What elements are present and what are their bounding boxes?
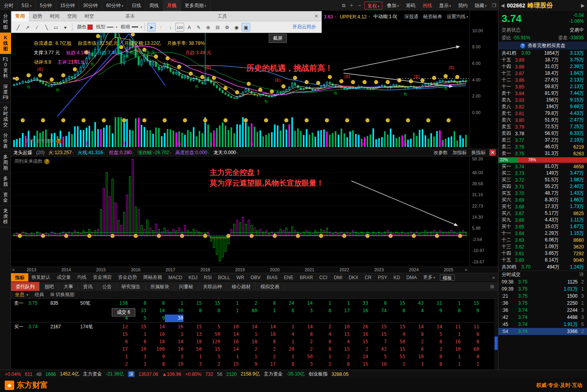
draw-tab-常用[interactable]: 常用 <box>11 11 29 21</box>
order-book-row[interactable]: 买三3.7251.5万1.98万 <box>498 177 587 183</box>
sidebar-item-龙虎榜[interactable]: 龙虎榜 <box>0 206 11 227</box>
trend-line-icon[interactable]: ╱ <box>14 23 22 31</box>
indicator-tab-两融差额[interactable]: 两融差额 <box>140 274 165 281</box>
panel-tab-问董秘[interactable]: 问董秘 <box>174 282 198 291</box>
period-tab-月线[interactable]: 月线 <box>163 0 181 11</box>
sidebar-item-F10资料[interactable]: F10资料 <box>0 54 11 81</box>
period-tab-周线[interactable]: 周线 <box>146 0 163 11</box>
indicator-改参数[interactable]: 改参数 <box>434 149 448 156</box>
text-tool-icon[interactable]: A <box>185 23 194 31</box>
order-book-row[interactable]: 买九3.664.43万1.11万 <box>498 217 587 223</box>
close-icon[interactable]: ✕ <box>311 13 321 19</box>
collapse-panel-icon[interactable]: » <box>492 275 498 280</box>
indicator-tab-CR[interactable]: CR <box>362 275 375 280</box>
order-book-row[interactable]: 卖六3.8051.9万2.47万 <box>498 117 587 123</box>
tick-row[interactable]: :543.7433662 <box>498 328 587 335</box>
indicator-tab-OBV[interactable]: OBV <box>247 275 264 280</box>
indicator-tab-KDJ[interactable]: KDJ <box>185 275 201 280</box>
period-tab-15分钟[interactable]: 15分钟 <box>56 0 79 11</box>
panel-expand-icon[interactable]: ⊞ <box>490 284 498 289</box>
draw-tab-时空[interactable]: 时空 <box>81 11 98 21</box>
indicator-tab-PSY[interactable]: PSY <box>375 275 390 280</box>
panel-tab-股吧[interactable]: 股吧 <box>40 282 59 291</box>
toolbar-button-隐藏[interactable]: 隐藏▾ <box>472 2 489 9</box>
eye-icon[interactable]: ◉ <box>232 23 241 31</box>
period-tab-30分钟[interactable]: 30分钟 <box>79 0 102 11</box>
linetype-sample-icon[interactable] <box>107 27 113 28</box>
trash-icon[interactable]: ⊟ <box>213 23 222 31</box>
view-mode-holo[interactable]: 全息 ▾ <box>15 291 28 298</box>
scroll-right-icon[interactable]: » <box>465 267 467 272</box>
order-book-row[interactable]: 卖三3.7737.2万2.19万 <box>498 137 587 144</box>
weight-sample-icon[interactable] <box>132 26 138 28</box>
order-book-row[interactable]: 买四3.7155.2万2.40万 <box>498 183 587 190</box>
toolbar-button-显示[interactable]: 显示▾ <box>436 2 454 9</box>
order-book-row[interactable]: 十二3.636.06万8660 <box>498 237 587 243</box>
zoom-out-icon[interactable]: − <box>356 3 364 8</box>
draw-tab-时间[interactable]: 时间 <box>46 11 63 21</box>
order-book-row[interactable]: 卖十3.8481.9万7.44万 <box>498 90 587 97</box>
panel-tab-资讯[interactable]: 资讯 <box>78 282 98 291</box>
tick-detail-link[interactable]: 详 <box>579 271 584 278</box>
order-book-row[interactable]: 卖七3.8179.8万4.43万 <box>498 110 587 117</box>
numbers-tool-icon[interactable]: 123 <box>175 23 184 31</box>
tick-row[interactable]: :423.7444883 <box>498 314 587 321</box>
indicator-tab-恢复默认[interactable]: 恢复默认 <box>28 274 54 281</box>
market-button-深股通[interactable]: 深股通 <box>404 13 418 20</box>
sidebar-item-资金[interactable]: 资金 <box>0 190 11 206</box>
sidebar-item-多股[interactable]: 多股 <box>0 173 11 190</box>
order-book-row[interactable]: 卖九3.83156万9.15万 <box>498 97 587 103</box>
period-tab-5分钟[interactable]: 5分钟 <box>36 0 56 11</box>
tick-row[interactable]: :213.7515003 <box>498 293 587 300</box>
panel-tab-关联品种[interactable]: 关联品种 <box>198 282 227 291</box>
order-book-row[interactable]: 买一3.7481.0万4658 <box>498 163 587 170</box>
order-book-row[interactable]: 买二3.73149万3.47万 <box>498 170 587 177</box>
sidebar-item-分价表[interactable]: 分价表 <box>0 130 11 152</box>
order-book-row[interactable]: 十二3.8627.6万2.13万 <box>498 77 587 83</box>
question-icon[interactable]: ? <box>44 159 50 164</box>
order-book-row[interactable]: 买八3.675.17万8625 <box>498 210 587 217</box>
tick-row[interactable]: :453.741.91万5 <box>498 321 587 328</box>
order-book-row[interactable]: 买五3.7048.7万1.43万 <box>498 190 587 197</box>
toolbar-button-简约[interactable]: 简约 <box>455 2 470 9</box>
sidebar-item-多周期[interactable]: 多周期 <box>0 152 11 173</box>
arrow-line-icon[interactable]: ↗ <box>23 23 32 31</box>
indicator-tab-MACD[interactable]: MACD <box>165 275 185 280</box>
sidebar-item-分时图[interactable]: 分时图 <box>0 11 11 33</box>
market-button-设置均线[interactable]: 设置均线▾ <box>447 13 468 20</box>
indicator-tab-更多[interactable]: 更多▾ <box>420 274 439 281</box>
indicator-tab-模板[interactable]: 模板 <box>440 274 455 281</box>
cursor-tool-icon[interactable]: ➤ <box>147 23 156 31</box>
sidebar-item-分时成交[interactable]: 分时成交 <box>0 103 11 130</box>
order-book-row[interactable]: 卖五3.7972.5万7.25万 <box>498 123 587 130</box>
scroll-left-icon[interactable]: « <box>12 267 15 272</box>
order-book-row[interactable]: 买七3.6817.3万1.73万 <box>498 203 587 210</box>
tick-row[interactable]: 09:393.751.01万1 <box>498 285 587 293</box>
indicator-tab-BOLL[interactable]: BOLL <box>215 275 233 280</box>
toolbar-button-画线[interactable]: 画线 <box>420 2 435 9</box>
indicator-tab-DKX[interactable]: DKX <box>345 275 362 280</box>
more-shapes-icon[interactable]: ▾ <box>61 23 70 31</box>
order-book-row[interactable]: 十一3.642.29万1.15万 <box>498 230 587 237</box>
rect-shape-icon[interactable]: ▭ <box>52 23 60 31</box>
question-icon[interactable]: ? <box>56 138 61 144</box>
panel-tab-模拟交易[interactable]: 模拟交易 <box>256 282 284 291</box>
sidebar-item-K线图[interactable]: K线图 <box>0 33 11 54</box>
draw-tab-空间[interactable]: 空间 <box>63 11 81 21</box>
view-mode-classic[interactable]: 经典 <box>35 291 44 298</box>
panel-tab-研究报告[interactable]: 研究报告 <box>117 282 146 291</box>
down-line-icon[interactable]: ╲ <box>42 23 51 31</box>
restore-window-icon[interactable]: ⧉ <box>340 3 348 8</box>
order-book-row[interactable]: 买十3.6515.0万1.67万 <box>498 223 587 230</box>
indicator-tab-WR[interactable]: WR <box>233 275 247 280</box>
zoom-in-icon[interactable]: + <box>348 3 356 8</box>
period-tab-60分钟[interactable]: 60分钟▾ <box>102 0 128 11</box>
eastmoney-logo[interactable]: ◆ 东方财富 <box>5 380 48 390</box>
indicator-tab-DMI[interactable]: DMI <box>330 275 345 280</box>
indicator-tab-BRAR[interactable]: BRAR <box>297 275 316 280</box>
indicator-tab-KD[interactable]: KD <box>390 275 403 280</box>
indicator-tab-ENE[interactable]: ENE <box>281 275 297 280</box>
indicator-tab-资金博弈[interactable]: 资金博弈 <box>90 274 115 281</box>
panel-tab-大事[interactable]: 大事 <box>59 282 78 291</box>
indicator-tab-RSI[interactable]: RSI <box>201 275 215 280</box>
